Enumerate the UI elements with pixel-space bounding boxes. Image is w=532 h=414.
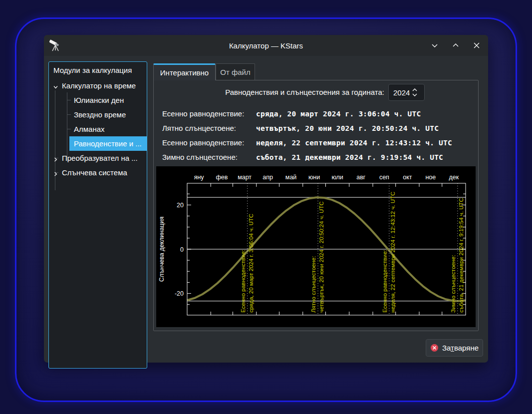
svg-text:Зимно слънцестоене:: Зимно слънцестоене: [450,255,456,313]
tree-item-label: Преобразувател на ... [62,154,138,162]
svg-text:фев: фев [216,174,228,181]
sidebar-item-equinox-selected[interactable]: Равноденствие и ... [69,136,147,151]
tab-label: Интерактивно [160,68,209,77]
svg-text:-20: -20 [175,290,184,297]
svg-text:апр: апр [263,174,273,181]
svg-text:март: март [238,174,252,181]
sidebar-item-sidereal-time[interactable]: Звездно време [69,107,147,122]
titlebar[interactable]: Калкулатор — KStars [44,35,488,56]
result-value: четвъртък, 20 юни 2024 г. 20:50:24 ч. UT… [256,124,439,132]
spin-down-icon [411,93,418,97]
red-close-icon [430,344,439,352]
sidebar-item-coordinate-converter[interactable]: Преобразувател на ... [49,151,147,165]
close-dialog-button[interactable]: Затваряне [426,339,483,357]
result-value: събота, 21 декември 2024 г. 9:19:54 ч. U… [256,153,443,161]
svg-text:сряда, 20 март 2024 г. 3:06:04: сряда, 20 март 2024 г. 3:06:04 ч. UTC [248,214,254,313]
spin-up-icon [411,88,418,92]
result-row: Есенно равноденствие: сряда, 20 март 202… [162,106,472,121]
svg-text:юни: юни [308,174,320,181]
svg-text:Есенно равноденствие:: Есенно равноденствие: [382,250,388,313]
tab-interactive[interactable]: Интерактивно [153,63,216,80]
svg-text:май: май [285,174,297,181]
svg-text:яну: яну [194,174,205,181]
tab-label: От файл [220,68,251,76]
svg-text:неделя, 22 септември 2024 г. 1: неделя, 22 септември 2024 г. 12:43:12 ч.… [390,192,396,313]
result-label: Зимно слънцестоене: [162,153,256,161]
svg-text:Лятно слънцестоене:: Лятно слънцестоене: [310,256,316,313]
svg-text:авг: авг [356,174,366,181]
result-row: Есенно равноденствие: неделя, 22 септемв… [162,135,472,150]
sidebar-item-julian-day[interactable]: Юлиански ден [69,93,147,107]
year-spinbox[interactable] [388,84,425,101]
svg-text:събота, 21 декември 2024 г. 9:: събота, 21 декември 2024 г. 9:19:54 ч. U… [458,198,464,313]
result-label: Есенно равноденствие: [162,138,256,147]
sidebar-item-solar-system[interactable]: Слънчева система [49,165,147,180]
minimize-button[interactable] [429,40,440,51]
svg-text:ное: ное [425,174,436,181]
chart-svg: януфевмартапрмайюниюлиавгсепоктноедек-20… [156,166,476,327]
chevron-right-icon[interactable] [53,155,58,164]
desktop-background: Калкулатор — KStars [0,0,532,414]
year-label: Равноденствия и слънцестоения за годинат… [150,84,384,101]
tab-from-file[interactable]: От файл [216,63,255,80]
tree-item-label: Юлиански ден [74,96,124,104]
tree-item-label: Алманах [74,125,105,133]
solar-declination-chart: януфевмартапрмайюниюлиавгсепоктноедек-20… [156,166,476,327]
svg-text:сеп: сеп [379,174,389,181]
result-value: неделя, 22 септември 2024 г. 12:43:12 ч.… [256,139,452,147]
svg-text:Есенно равноденствие:: Есенно равноденствие: [240,250,246,313]
result-value: сряда, 20 март 2024 г. 3:06:04 ч. UTC [256,110,421,118]
result-label: Есенно равноденствие: [162,109,256,118]
kstars-calculator-window: Калкулатор — KStars [44,35,488,363]
maximize-button[interactable] [450,40,461,51]
chevron-down-icon[interactable] [53,83,58,91]
svg-text:окт: окт [403,174,412,181]
svg-text:дек: дек [449,174,459,181]
tree-item-label: Равноденствие и ... [74,139,142,148]
window-title: Калкулатор — KStars [44,41,488,50]
svg-text:четвъртък, 20 юни 2024 г. 20:5: четвъртък, 20 юни 2024 г. 20:50:24 ч. UT… [318,201,324,313]
telescope-icon [49,38,62,53]
tree-item-label: Слънчева система [62,168,127,177]
result-row: Зимно слънцестоене: събота, 21 декември … [162,150,472,164]
svg-text:0: 0 [180,246,184,253]
spinner-arrows[interactable] [411,88,418,97]
close-window-button[interactable] [471,40,482,51]
close-button-label: Затваряне [442,344,479,352]
calc-modules-tree: Модули за калкулация Калкулатор на време… [48,61,147,369]
sidebar-item-time-calculator[interactable]: Калкулатор на време [49,78,147,93]
tree-header: Модули за калкулация [49,62,147,78]
result-row: Лятно слънцестоене: четвъртък, 20 юни 20… [162,121,472,135]
year-input[interactable] [389,88,411,97]
result-label: Лятно слънцестоене: [162,124,256,132]
sidebar-item-almanac[interactable]: Алманах [69,122,147,136]
tree-item-label: Калкулатор на време [62,81,136,90]
tree-item-label: Звездно време [74,110,126,119]
svg-text:Слънчева деклинация: Слънчева деклинация [158,217,165,282]
svg-text:юли: юли [331,174,343,181]
chevron-right-icon[interactable] [53,170,58,178]
svg-text:20: 20 [177,202,184,209]
